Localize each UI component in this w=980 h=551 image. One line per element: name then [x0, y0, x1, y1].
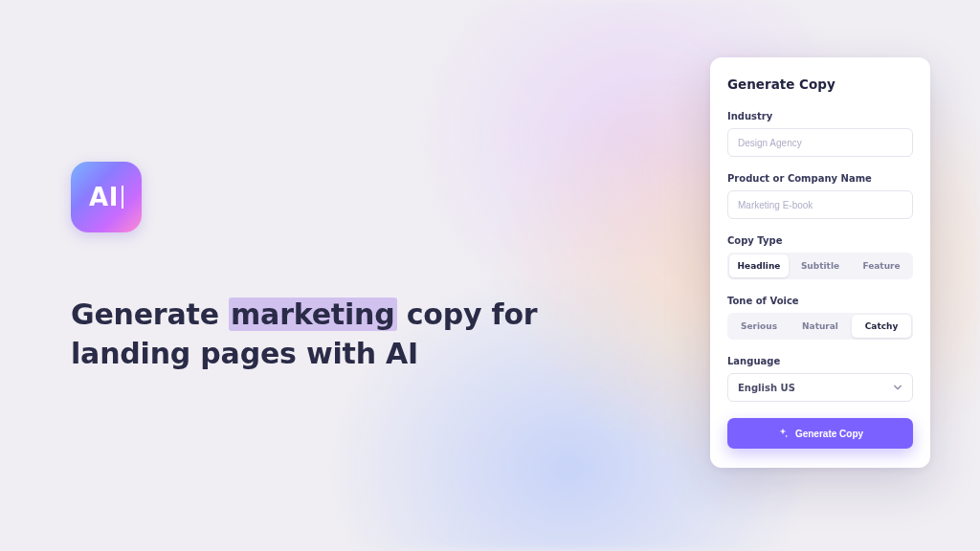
- chevron-down-icon: [893, 383, 902, 392]
- sparkle-icon: [777, 428, 789, 439]
- panel-title: Generate Copy: [727, 77, 913, 92]
- product-label: Product or Company Name: [727, 173, 913, 184]
- generate-button[interactable]: Generate Copy: [727, 418, 913, 449]
- industry-label: Industry: [727, 111, 913, 121]
- hero-section: AI Generate marketing copy for landing p…: [71, 162, 568, 373]
- headline-highlight: marketing: [229, 298, 396, 331]
- app-logo: AI: [71, 162, 142, 232]
- tone-option-natural[interactable]: Natural: [791, 315, 850, 338]
- copytype-segmented: Headline Subtitle Feature: [727, 253, 913, 279]
- hero-headline: Generate marketing copy for landing page…: [71, 296, 568, 373]
- tone-option-catchy[interactable]: Catchy: [852, 315, 911, 338]
- language-select[interactable]: English US: [727, 373, 913, 402]
- copytype-option-subtitle[interactable]: Subtitle: [791, 254, 850, 277]
- tone-label: Tone of Voice: [727, 296, 913, 306]
- tone-option-serious[interactable]: Serious: [729, 315, 789, 338]
- tone-field: Tone of Voice Serious Natural Catchy: [727, 296, 913, 340]
- product-input[interactable]: [727, 190, 913, 219]
- generate-panel: Generate Copy Industry Product or Compan…: [710, 57, 930, 468]
- language-value: English US: [738, 383, 795, 393]
- cursor-icon: [122, 186, 123, 209]
- tone-segmented: Serious Natural Catchy: [727, 313, 913, 340]
- logo-label: AI: [89, 183, 119, 211]
- headline-pre: Generate: [71, 298, 229, 331]
- industry-field: Industry: [727, 111, 913, 157]
- copytype-field: Copy Type Headline Subtitle Feature: [727, 235, 913, 279]
- product-field: Product or Company Name: [727, 173, 913, 219]
- generate-button-label: Generate Copy: [795, 429, 863, 439]
- industry-input[interactable]: [727, 128, 913, 157]
- copytype-label: Copy Type: [727, 235, 913, 246]
- language-label: Language: [727, 356, 913, 366]
- app-logo-text: AI: [89, 183, 123, 211]
- page: AI Generate marketing copy for landing p…: [0, 0, 980, 551]
- language-field: Language English US: [727, 356, 913, 402]
- copytype-option-feature[interactable]: Feature: [852, 254, 911, 277]
- copytype-option-headline[interactable]: Headline: [729, 254, 789, 277]
